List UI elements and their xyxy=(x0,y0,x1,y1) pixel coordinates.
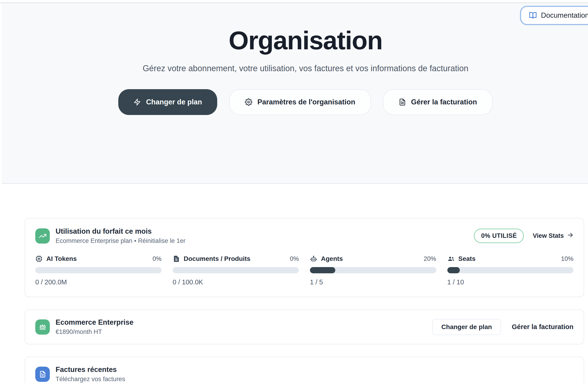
meter-ai-tokens: AI Tokens 0% 0 / 200.0M xyxy=(35,255,162,286)
robot-icon xyxy=(310,255,317,262)
usage-percent-badge: 0% UTILISÉ xyxy=(474,229,524,243)
meter-seats: Seats 10% 1 / 10 xyxy=(447,255,574,286)
usage-meters: AI Tokens 0% 0 / 200.0M Documents / Prod… xyxy=(35,255,573,286)
progress-bar xyxy=(35,267,162,273)
plan-card: Ecommerce Enterprise €1890/month HT Chan… xyxy=(25,309,584,344)
meter-value: 0 / 100.0K xyxy=(173,278,299,286)
book-open-icon xyxy=(529,12,537,19)
crown-icon xyxy=(35,319,50,335)
meter-label: Seats xyxy=(458,255,476,262)
usage-card: Utilisation du forfait ce mois Ecommerce… xyxy=(25,218,584,297)
invoice-icon xyxy=(35,367,50,382)
invoices-title: Factures récentes xyxy=(56,365,125,374)
invoices-subtitle: Téléchargez vos factures xyxy=(56,376,125,383)
arrow-right-icon xyxy=(567,232,573,240)
page-title: Organisation xyxy=(23,3,588,56)
meter-label: Agents xyxy=(321,255,343,262)
top-chrome-strip xyxy=(0,0,588,3)
plan-price: €1890/month HT xyxy=(56,328,133,336)
meter-percent: 0% xyxy=(152,255,161,262)
invoices-card: Factures récentes Téléchargez vos factur… xyxy=(25,357,584,383)
usage-card-title: Utilisation du forfait ce mois xyxy=(56,227,185,236)
meter-label: Documents / Produits xyxy=(184,255,251,262)
usage-card-header: Utilisation du forfait ce mois Ecommerce… xyxy=(35,227,573,244)
manage-billing-label: Gérer la facturation xyxy=(411,98,477,106)
plan-name: Ecommerce Enterprise xyxy=(56,318,133,326)
progress-bar xyxy=(310,267,436,273)
view-stats-link[interactable]: View Stats xyxy=(533,232,573,240)
documentation-label: Documentation xyxy=(541,11,588,20)
organisation-settings-button[interactable]: Paramètres de l'organisation xyxy=(229,89,371,115)
meter-percent: 0% xyxy=(290,255,299,262)
document-icon xyxy=(173,255,180,262)
view-stats-label: View Stats xyxy=(533,232,564,240)
meter-documents: Documents / Produits 0% 0 / 100.0K xyxy=(173,255,299,286)
zap-icon xyxy=(133,98,141,106)
trending-up-icon xyxy=(35,228,50,243)
manage-billing-button[interactable]: Gérer la facturation xyxy=(383,89,493,115)
meter-label: AI Tokens xyxy=(46,255,77,262)
progress-bar xyxy=(173,267,299,273)
change-plan-button[interactable]: Changer de plan xyxy=(118,89,217,115)
documentation-button[interactable]: Documentation xyxy=(520,6,588,25)
meter-agents: Agents 20% 1 / 5 xyxy=(310,255,436,286)
hero-section: Documentation Organisation Gérez votre a… xyxy=(2,3,588,184)
plan-change-plan-button[interactable]: Changer de plan xyxy=(432,319,501,335)
page-subtitle: Gérez votre abonnement, votre utilisatio… xyxy=(141,62,470,75)
main-content: Utilisation du forfait ce mois Ecommerce… xyxy=(0,184,588,383)
cpu-chip-icon xyxy=(35,255,43,262)
users-icon xyxy=(447,255,455,262)
organisation-settings-label: Paramètres de l'organisation xyxy=(257,98,355,106)
meter-value: 0 / 200.0M xyxy=(35,278,162,286)
hero-actions-row: Changer de plan Paramètres de l'organisa… xyxy=(23,89,588,115)
progress-bar xyxy=(447,267,574,273)
hero-content: Organisation Gérez votre abonnement, vot… xyxy=(23,3,588,115)
change-plan-label: Changer de plan xyxy=(146,98,202,106)
meter-percent: 20% xyxy=(424,255,436,262)
meter-percent: 10% xyxy=(561,255,573,262)
plan-manage-billing-button[interactable]: Gérer la facturation xyxy=(512,323,573,331)
meter-value: 1 / 5 xyxy=(310,278,436,286)
gear-icon xyxy=(245,98,252,106)
usage-card-subtitle: Ecommerce Enterprise plan • Réinitialise… xyxy=(56,237,185,244)
meter-value: 1 / 10 xyxy=(447,278,574,286)
organisation-billing-page: Documentation Organisation Gérez votre a… xyxy=(0,0,588,383)
file-text-icon xyxy=(399,98,406,106)
